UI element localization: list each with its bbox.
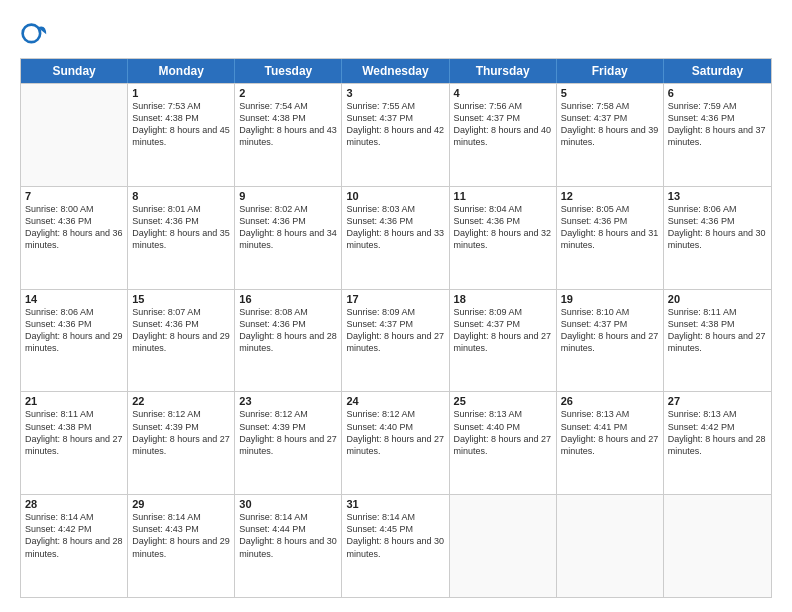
daylight-line: Daylight: 8 hours and 29 minutes.	[132, 330, 230, 354]
calendar-cell: 6Sunrise: 7:59 AMSunset: 4:36 PMDaylight…	[664, 84, 771, 186]
sunrise-line: Sunrise: 8:12 AM	[239, 408, 337, 420]
sunrise-line: Sunrise: 8:09 AM	[346, 306, 444, 318]
sunset-line: Sunset: 4:36 PM	[132, 318, 230, 330]
sunrise-line: Sunrise: 8:14 AM	[346, 511, 444, 523]
daylight-line: Daylight: 8 hours and 37 minutes.	[668, 124, 767, 148]
calendar-cell: 23Sunrise: 8:12 AMSunset: 4:39 PMDayligh…	[235, 392, 342, 494]
daylight-line: Daylight: 8 hours and 33 minutes.	[346, 227, 444, 251]
calendar-cell: 29Sunrise: 8:14 AMSunset: 4:43 PMDayligh…	[128, 495, 235, 597]
sunrise-line: Sunrise: 8:11 AM	[668, 306, 767, 318]
day-number: 23	[239, 395, 337, 407]
calendar-cell: 24Sunrise: 8:12 AMSunset: 4:40 PMDayligh…	[342, 392, 449, 494]
header-day: Tuesday	[235, 59, 342, 83]
daylight-line: Daylight: 8 hours and 27 minutes.	[561, 433, 659, 457]
daylight-line: Daylight: 8 hours and 27 minutes.	[346, 433, 444, 457]
calendar-cell	[450, 495, 557, 597]
calendar-week: 7Sunrise: 8:00 AMSunset: 4:36 PMDaylight…	[21, 186, 771, 289]
sunset-line: Sunset: 4:39 PM	[239, 421, 337, 433]
header-day: Wednesday	[342, 59, 449, 83]
day-number: 3	[346, 87, 444, 99]
day-number: 28	[25, 498, 123, 510]
sunset-line: Sunset: 4:38 PM	[239, 112, 337, 124]
sunrise-line: Sunrise: 8:04 AM	[454, 203, 552, 215]
sunset-line: Sunset: 4:42 PM	[668, 421, 767, 433]
sunrise-line: Sunrise: 8:10 AM	[561, 306, 659, 318]
day-number: 30	[239, 498, 337, 510]
sunrise-line: Sunrise: 7:54 AM	[239, 100, 337, 112]
sunrise-line: Sunrise: 8:13 AM	[561, 408, 659, 420]
daylight-line: Daylight: 8 hours and 30 minutes.	[239, 535, 337, 559]
day-number: 8	[132, 190, 230, 202]
sunset-line: Sunset: 4:38 PM	[132, 112, 230, 124]
calendar-cell: 31Sunrise: 8:14 AMSunset: 4:45 PMDayligh…	[342, 495, 449, 597]
header-day: Monday	[128, 59, 235, 83]
daylight-line: Daylight: 8 hours and 27 minutes.	[239, 433, 337, 457]
sunrise-line: Sunrise: 8:03 AM	[346, 203, 444, 215]
calendar-cell: 11Sunrise: 8:04 AMSunset: 4:36 PMDayligh…	[450, 187, 557, 289]
day-number: 4	[454, 87, 552, 99]
day-number: 2	[239, 87, 337, 99]
day-number: 26	[561, 395, 659, 407]
sunrise-line: Sunrise: 8:14 AM	[132, 511, 230, 523]
daylight-line: Daylight: 8 hours and 27 minutes.	[132, 433, 230, 457]
daylight-line: Daylight: 8 hours and 39 minutes.	[561, 124, 659, 148]
calendar-cell: 20Sunrise: 8:11 AMSunset: 4:38 PMDayligh…	[664, 290, 771, 392]
daylight-line: Daylight: 8 hours and 29 minutes.	[25, 330, 123, 354]
daylight-line: Daylight: 8 hours and 27 minutes.	[454, 433, 552, 457]
daylight-line: Daylight: 8 hours and 30 minutes.	[346, 535, 444, 559]
calendar-cell: 22Sunrise: 8:12 AMSunset: 4:39 PMDayligh…	[128, 392, 235, 494]
calendar-cell: 10Sunrise: 8:03 AMSunset: 4:36 PMDayligh…	[342, 187, 449, 289]
day-number: 16	[239, 293, 337, 305]
sunset-line: Sunset: 4:36 PM	[239, 318, 337, 330]
day-number: 17	[346, 293, 444, 305]
calendar-cell: 7Sunrise: 8:00 AMSunset: 4:36 PMDaylight…	[21, 187, 128, 289]
sunrise-line: Sunrise: 8:07 AM	[132, 306, 230, 318]
calendar-cell: 9Sunrise: 8:02 AMSunset: 4:36 PMDaylight…	[235, 187, 342, 289]
sunset-line: Sunset: 4:37 PM	[561, 112, 659, 124]
calendar-cell: 26Sunrise: 8:13 AMSunset: 4:41 PMDayligh…	[557, 392, 664, 494]
daylight-line: Daylight: 8 hours and 43 minutes.	[239, 124, 337, 148]
daylight-line: Daylight: 8 hours and 27 minutes.	[454, 330, 552, 354]
calendar-cell: 25Sunrise: 8:13 AMSunset: 4:40 PMDayligh…	[450, 392, 557, 494]
sunrise-line: Sunrise: 8:08 AM	[239, 306, 337, 318]
sunrise-line: Sunrise: 8:12 AM	[346, 408, 444, 420]
calendar-week: 14Sunrise: 8:06 AMSunset: 4:36 PMDayligh…	[21, 289, 771, 392]
calendar-cell: 13Sunrise: 8:06 AMSunset: 4:36 PMDayligh…	[664, 187, 771, 289]
sunrise-line: Sunrise: 8:13 AM	[454, 408, 552, 420]
sunset-line: Sunset: 4:39 PM	[132, 421, 230, 433]
calendar-cell: 4Sunrise: 7:56 AMSunset: 4:37 PMDaylight…	[450, 84, 557, 186]
calendar-cell: 1Sunrise: 7:53 AMSunset: 4:38 PMDaylight…	[128, 84, 235, 186]
day-number: 19	[561, 293, 659, 305]
calendar-cell: 16Sunrise: 8:08 AMSunset: 4:36 PMDayligh…	[235, 290, 342, 392]
page: SundayMondayTuesdayWednesdayThursdayFrid…	[0, 0, 792, 612]
calendar-week: 1Sunrise: 7:53 AMSunset: 4:38 PMDaylight…	[21, 83, 771, 186]
sunset-line: Sunset: 4:37 PM	[346, 112, 444, 124]
header-day: Friday	[557, 59, 664, 83]
day-number: 18	[454, 293, 552, 305]
sunrise-line: Sunrise: 7:59 AM	[668, 100, 767, 112]
sunset-line: Sunset: 4:37 PM	[561, 318, 659, 330]
sunset-line: Sunset: 4:36 PM	[454, 215, 552, 227]
calendar-cell: 15Sunrise: 8:07 AMSunset: 4:36 PMDayligh…	[128, 290, 235, 392]
calendar-cell: 21Sunrise: 8:11 AMSunset: 4:38 PMDayligh…	[21, 392, 128, 494]
sunrise-line: Sunrise: 8:13 AM	[668, 408, 767, 420]
sunrise-line: Sunrise: 7:55 AM	[346, 100, 444, 112]
sunrise-line: Sunrise: 8:14 AM	[25, 511, 123, 523]
daylight-line: Daylight: 8 hours and 27 minutes.	[668, 330, 767, 354]
sunrise-line: Sunrise: 8:09 AM	[454, 306, 552, 318]
daylight-line: Daylight: 8 hours and 34 minutes.	[239, 227, 337, 251]
daylight-line: Daylight: 8 hours and 27 minutes.	[25, 433, 123, 457]
daylight-line: Daylight: 8 hours and 27 minutes.	[346, 330, 444, 354]
daylight-line: Daylight: 8 hours and 27 minutes.	[561, 330, 659, 354]
sunrise-line: Sunrise: 8:06 AM	[668, 203, 767, 215]
calendar-cell	[21, 84, 128, 186]
calendar: SundayMondayTuesdayWednesdayThursdayFrid…	[20, 58, 772, 598]
day-number: 10	[346, 190, 444, 202]
daylight-line: Daylight: 8 hours and 40 minutes.	[454, 124, 552, 148]
daylight-line: Daylight: 8 hours and 30 minutes.	[668, 227, 767, 251]
day-number: 22	[132, 395, 230, 407]
daylight-line: Daylight: 8 hours and 45 minutes.	[132, 124, 230, 148]
calendar-cell	[664, 495, 771, 597]
sunrise-line: Sunrise: 8:01 AM	[132, 203, 230, 215]
calendar-cell: 28Sunrise: 8:14 AMSunset: 4:42 PMDayligh…	[21, 495, 128, 597]
